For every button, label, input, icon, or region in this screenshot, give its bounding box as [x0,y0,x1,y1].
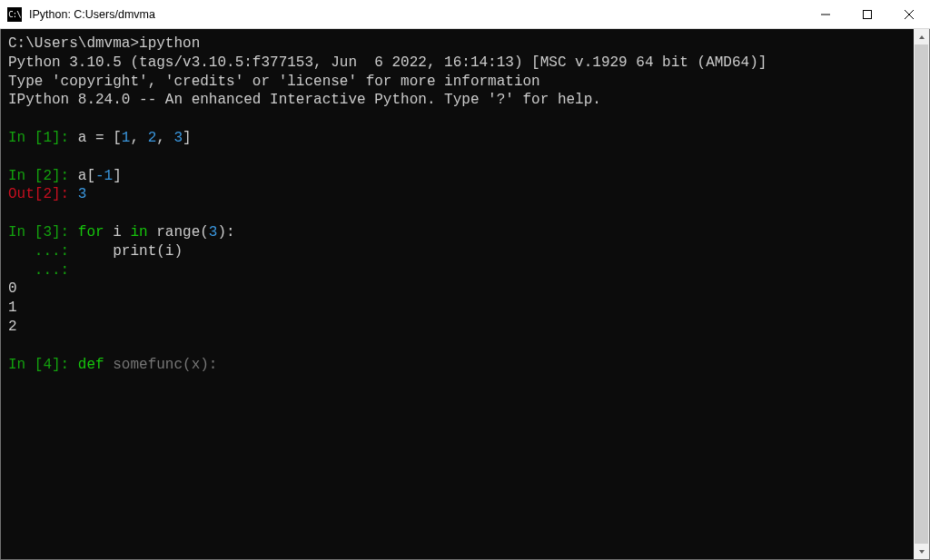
titlebar-controls [805,0,930,28]
scrollbar-track[interactable] [914,44,929,544]
code-keyword: def [78,357,104,373]
code-keyword: for [78,224,104,241]
code-number: 2 [148,130,157,146]
minimize-button[interactable] [805,0,846,28]
shell-prompt-cmd: ipython [139,35,200,52]
stdout-line: 0 [8,280,17,297]
banner-line: IPython 8.24.0 -- An enhanced Interactiv… [8,92,601,108]
console-app-icon-label: C:\ [8,10,20,19]
close-button[interactable] [888,0,930,28]
minimize-icon [821,10,830,19]
maximize-icon [863,10,872,19]
code-text: ] [113,168,122,184]
code-text: print(i) [113,243,183,260]
vertical-scrollbar[interactable] [914,29,929,559]
scrollbar-up-button[interactable] [914,29,929,44]
code-text [104,357,114,373]
maximize-button[interactable] [846,0,888,28]
code-text: , [156,130,173,146]
terminal[interactable]: C:\Users\dmvma>ipython Python 3.10.5 (ta… [1,29,914,559]
autosuggest-sig: (x): [183,357,217,373]
continuation-prompt: ...: [8,262,78,279]
autosuggest-funcname: somefunc [113,357,183,373]
stdout-line: 2 [8,319,17,335]
scrollbar-thumb[interactable] [915,44,928,544]
window-title: IPython: C:Users/dmvma [29,8,155,21]
console-app-icon: C:\ [7,7,22,22]
shell-prompt-path: C:\Users\dmvma> [8,35,139,52]
in-prompt: In [1]: [8,130,78,146]
code-text: ] [183,130,192,146]
chevron-down-icon [918,548,925,555]
code-number: 1 [122,130,131,146]
banner-line: Type 'copyright', 'credits' or 'license'… [8,74,540,90]
continuation-prompt: ...: [8,243,78,260]
code-indent [78,243,113,260]
svg-marker-4 [919,35,925,39]
code-text: , [130,130,147,146]
scrollbar-down-button[interactable] [914,544,929,559]
svg-marker-5 [919,550,925,554]
code-text: ): [217,224,234,241]
code-text: range( [148,224,209,241]
out-value: 3 [78,186,87,202]
in-prompt: In [2]: [8,168,78,184]
code-text: a[ [78,168,95,184]
code-number: -1 [95,168,113,184]
client-area: C:\Users\dmvma>ipython Python 3.10.5 (ta… [0,29,930,560]
stdout-line: 1 [8,300,17,316]
svg-rect-1 [864,10,872,18]
code-text: i [104,224,131,241]
code-keyword: in [130,224,147,241]
in-prompt: In [4]: [8,357,78,373]
titlebar: C:\ IPython: C:Users/dmvma [0,0,930,29]
chevron-up-icon [918,34,925,41]
in-prompt: In [3]: [8,224,78,241]
banner-line: Python 3.10.5 (tags/v3.10.5:f377153, Jun… [8,54,767,71]
close-icon [904,9,915,20]
code-text: a = [ [78,130,122,146]
code-number: 3 [173,130,183,146]
out-prompt: Out[2]: [8,186,78,202]
